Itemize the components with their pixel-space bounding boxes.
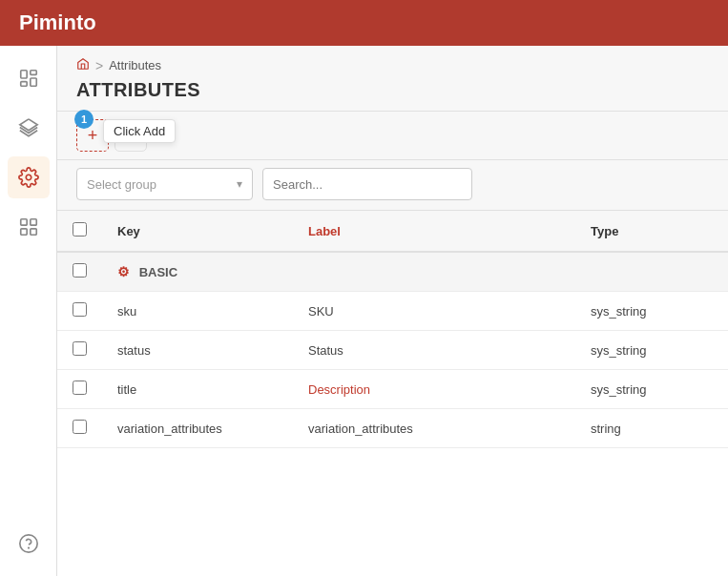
group-checkbox[interactable] [73, 263, 87, 278]
select-group-label: Select group [87, 177, 156, 192]
group-settings-icon: ⚙ [117, 264, 130, 279]
row-key: sku [102, 292, 293, 331]
table-row: variation_attributes variation_attribute… [57, 409, 728, 448]
row-label: Status [293, 331, 575, 370]
svg-rect-0 [20, 71, 26, 78]
help-icon [18, 533, 39, 554]
col-header-key: Key [102, 211, 293, 252]
svg-rect-5 [20, 219, 26, 225]
svg-rect-1 [30, 71, 35, 75]
row-type: sys_string [575, 331, 728, 370]
sidebar-item-catalog[interactable] [8, 57, 50, 99]
row-type: sys_string [575, 292, 728, 331]
row-checkbox-cell [57, 370, 102, 409]
row-key: variation_attributes [102, 409, 293, 448]
breadcrumb: > Attributes [76, 57, 709, 73]
row-label: variation_attributes [293, 409, 575, 448]
row-checkbox-cell [57, 409, 102, 448]
sidebar-item-help[interactable] [8, 523, 50, 565]
col-header-type: Type [575, 211, 728, 252]
sidebar-item-settings[interactable] [8, 156, 50, 198]
table-header-row: Key Label Type [57, 211, 728, 252]
row-checkbox-cell [57, 331, 102, 370]
tooltip-badge: 1 [74, 110, 94, 129]
group-row-key: ⚙ BASIC [102, 252, 728, 292]
sidebar [0, 46, 57, 576]
svg-rect-8 [30, 229, 35, 235]
svg-point-9 [19, 535, 36, 552]
toolbar: 1 Click Add + [57, 112, 728, 160]
app-title: Piminto [19, 10, 96, 35]
group-row-checkbox-cell [57, 252, 102, 292]
row-key: status [102, 331, 293, 370]
breadcrumb-home[interactable] [76, 57, 90, 73]
table-row: status Status sys_string [57, 331, 728, 370]
search-input[interactable] [262, 168, 472, 200]
svg-rect-2 [30, 78, 35, 86]
svg-rect-3 [20, 82, 26, 87]
table-row: ⚙ BASIC [57, 252, 728, 292]
table-row: title Description sys_string [57, 370, 728, 409]
table-area: Key Label Type ⚙ [57, 211, 728, 576]
row-checkbox-cell [57, 292, 102, 331]
top-header: Piminto [0, 0, 728, 46]
col-header-label: Label [293, 211, 575, 252]
attributes-table: Key Label Type ⚙ [57, 211, 728, 448]
breadcrumb-current: Attributes [109, 58, 161, 72]
filter-row: Select group ▾ [57, 160, 728, 211]
row-checkbox[interactable] [73, 341, 87, 356]
svg-rect-6 [30, 219, 35, 225]
col-header-checkbox [57, 211, 102, 252]
chevron-down-icon: ▾ [237, 177, 242, 191]
page-title: ATTRIBUTES [76, 79, 709, 101]
row-checkbox[interactable] [73, 381, 87, 395]
row-key: title [102, 370, 293, 409]
svg-point-4 [26, 175, 31, 180]
row-checkbox[interactable] [73, 302, 87, 317]
catalog-icon [18, 68, 39, 89]
sidebar-item-grid[interactable] [8, 206, 50, 248]
row-label: SKU [293, 292, 575, 331]
layers-icon [18, 117, 39, 138]
app-container: Piminto [0, 0, 728, 576]
svg-rect-7 [20, 229, 26, 235]
row-type: string [575, 409, 728, 448]
main-layout: > Attributes ATTRIBUTES 1 Click Add + [0, 46, 728, 576]
table-row: sku SKU sys_string [57, 292, 728, 331]
tooltip-text: Click Add [103, 119, 176, 143]
page-header: > Attributes ATTRIBUTES [57, 46, 728, 112]
content-area: > Attributes ATTRIBUTES 1 Click Add + [57, 46, 728, 576]
settings-icon [18, 167, 39, 188]
row-type: sys_string [575, 370, 728, 409]
select-all-checkbox[interactable] [73, 222, 87, 237]
row-label: Description [293, 370, 575, 409]
sidebar-item-layers[interactable] [8, 107, 50, 149]
breadcrumb-separator: > [95, 58, 103, 73]
grid-icon [18, 216, 39, 237]
row-checkbox[interactable] [73, 420, 87, 434]
select-group-dropdown[interactable]: Select group ▾ [76, 168, 253, 200]
group-row-label: BASIC [139, 265, 177, 279]
